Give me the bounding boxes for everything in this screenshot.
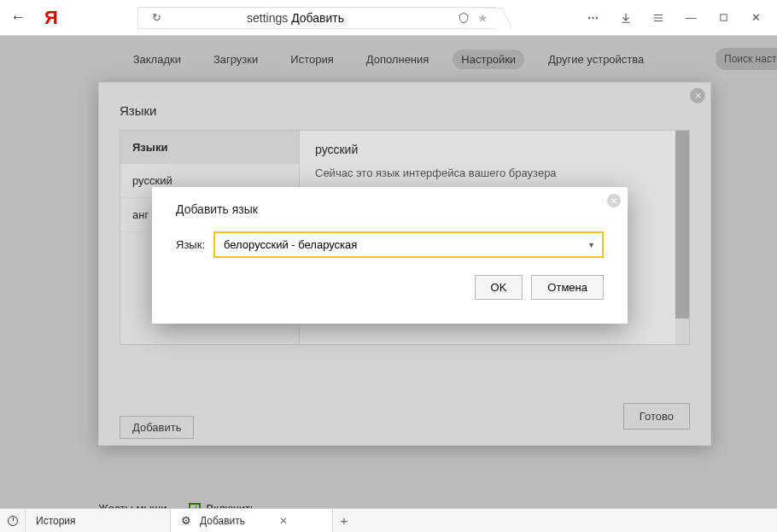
new-tab-button[interactable]: + bbox=[333, 509, 355, 532]
more-menu-icon[interactable]: ⋯ bbox=[577, 1, 610, 35]
maximize-button[interactable] bbox=[707, 1, 739, 35]
add-language-row: Язык: белорусский - беларуская ▾ bbox=[152, 231, 628, 258]
taskbar-history-tab[interactable]: История bbox=[26, 509, 171, 532]
add-language-close-icon[interactable]: ✕ bbox=[607, 194, 621, 208]
address-wrap: ↻ settings Добавить ★ bbox=[63, 7, 570, 29]
cancel-button[interactable]: Отмена bbox=[531, 275, 604, 300]
bottom-taskbar: История ⚙ Добавить ✕ + bbox=[0, 508, 777, 532]
language-field-label: Язык: bbox=[176, 238, 205, 251]
language-select[interactable]: белорусский - беларуская ▾ bbox=[213, 231, 604, 258]
reload-icon[interactable]: ↻ bbox=[152, 11, 161, 24]
chevron-down-icon: ▾ bbox=[589, 240, 593, 249]
close-button[interactable]: ✕ bbox=[739, 1, 772, 35]
taskbar-active-tab[interactable]: ⚙ Добавить ✕ bbox=[171, 509, 333, 532]
gear-icon: ⚙ bbox=[181, 514, 191, 527]
address-text: settings Добавить bbox=[247, 11, 344, 25]
address-prefix: settings bbox=[247, 11, 288, 25]
taskbar-active-tab-label: Добавить bbox=[200, 515, 245, 527]
taskbar-clock[interactable] bbox=[0, 509, 26, 532]
taskbar-tab-close-icon[interactable]: ✕ bbox=[279, 515, 288, 527]
bookmark-star-icon[interactable]: ★ bbox=[477, 11, 488, 25]
ok-button[interactable]: OK bbox=[475, 275, 523, 300]
back-button[interactable]: ← bbox=[0, 9, 36, 26]
address-bar[interactable]: ↻ settings Добавить ★ bbox=[137, 7, 496, 29]
taskbar-history-label: История bbox=[36, 515, 76, 527]
yandex-logo[interactable]: Я bbox=[39, 6, 63, 30]
svg-rect-0 bbox=[720, 15, 726, 20]
language-select-value: белорусский - беларуская bbox=[224, 238, 357, 251]
hamburger-menu-icon[interactable] bbox=[642, 1, 675, 35]
shield-icon[interactable] bbox=[458, 12, 470, 24]
window-controls: ⋯ — ✕ bbox=[577, 1, 772, 35]
add-language-modal: ✕ Добавить язык Язык: белорусский - бела… bbox=[152, 187, 628, 324]
minimize-button[interactable]: — bbox=[675, 1, 707, 35]
browser-titlebar: ← Я ↻ settings Добавить ★ ⋯ — ✕ bbox=[0, 0, 777, 36]
downloads-icon[interactable] bbox=[610, 1, 642, 35]
add-language-actions: OK Отмена bbox=[152, 258, 628, 300]
add-language-title: Добавить язык bbox=[152, 187, 628, 231]
clock-icon bbox=[8, 516, 18, 526]
address-strong: Добавить bbox=[291, 11, 344, 25]
